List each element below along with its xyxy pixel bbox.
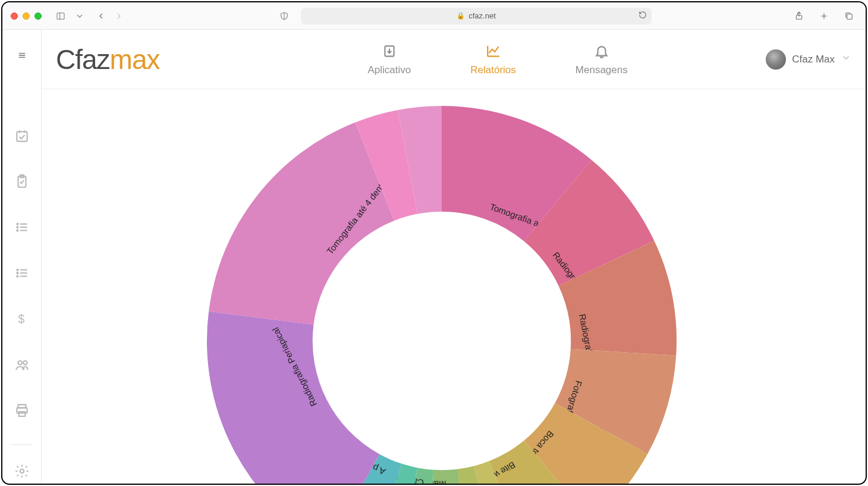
svg-text:$: $ xyxy=(18,312,24,325)
privacy-shield-icon[interactable] xyxy=(276,8,293,24)
download-icon xyxy=(382,43,397,59)
nav-label: Aplicativo xyxy=(368,64,411,76)
back-button[interactable] xyxy=(93,8,109,24)
svg-point-29 xyxy=(23,360,27,365)
address-bar-url: cfaz.net xyxy=(468,11,496,20)
forward-button[interactable] xyxy=(111,8,127,24)
nav-label: Relatórios xyxy=(470,64,516,76)
hamburger-menu-button[interactable] xyxy=(14,48,30,62)
donut-slice[interactable] xyxy=(209,123,394,325)
sidebar-toggle-button[interactable] xyxy=(52,8,69,24)
svg-point-17 xyxy=(17,227,18,228)
svg-point-21 xyxy=(17,269,18,271)
tab-dropdown-icon[interactable] xyxy=(75,8,84,24)
sidebar-print-icon[interactable] xyxy=(8,397,36,423)
sidebar-users-icon[interactable] xyxy=(8,352,36,377)
donut-chart[interactable]: Tomografia até 2 dentesRadiografia Inter… xyxy=(201,100,683,484)
top-nav: Aplicativo Relatórios Mensagens xyxy=(368,43,628,76)
svg-point-19 xyxy=(17,230,18,231)
browser-window: 🔒 cfaz.net xyxy=(1,1,867,485)
nav-relatorios[interactable]: Relatórios xyxy=(470,43,516,76)
svg-point-15 xyxy=(17,224,18,225)
chart-area: Tomografia até 2 dentesRadiografia Inter… xyxy=(42,89,866,484)
minimize-window-button[interactable] xyxy=(23,12,30,20)
svg-rect-0 xyxy=(57,12,64,19)
bell-icon xyxy=(594,43,609,59)
sidebar-separator xyxy=(11,444,33,445)
new-tab-button[interactable] xyxy=(816,8,832,24)
sidebar-calendar-icon[interactable] xyxy=(8,123,36,149)
nav-mensagens[interactable]: Mensagens xyxy=(575,43,628,76)
user-name: Cfaz Max xyxy=(792,54,835,65)
main-area: Cfazmax Aplicativo Relatórios xyxy=(42,30,866,484)
sidebar-settings-icon[interactable] xyxy=(8,458,36,484)
maximize-window-button[interactable] xyxy=(34,12,42,20)
logo-main-text: Cfaz xyxy=(56,44,110,75)
nav-label: Mensagens xyxy=(575,64,628,76)
svg-rect-6 xyxy=(847,14,853,19)
lock-icon: 🔒 xyxy=(457,12,465,20)
svg-point-28 xyxy=(18,360,22,365)
nav-aplicativo[interactable]: Aplicativo xyxy=(368,43,411,76)
logo-accent-text: max xyxy=(110,44,160,75)
app-sidebar: $ xyxy=(2,30,42,484)
sidebar-clipboard-icon[interactable] xyxy=(8,169,36,195)
sidebar-list-1-icon[interactable] xyxy=(8,215,36,240)
tabs-overview-button[interactable] xyxy=(841,8,857,24)
sidebar-list-2-icon[interactable] xyxy=(8,261,36,286)
svg-rect-10 xyxy=(17,131,27,141)
close-window-button[interactable] xyxy=(11,12,18,20)
address-bar[interactable]: 🔒 cfaz.net xyxy=(301,8,652,24)
svg-point-25 xyxy=(17,275,18,277)
avatar xyxy=(766,49,786,70)
app-topbar: Cfazmax Aplicativo Relatórios xyxy=(42,30,866,89)
share-button[interactable] xyxy=(791,8,807,24)
app-body: $ Cfazmax xyxy=(2,30,866,484)
donut-slice[interactable] xyxy=(207,311,379,484)
chart-line-icon xyxy=(486,43,501,59)
reload-button[interactable] xyxy=(639,11,647,21)
svg-point-23 xyxy=(17,272,18,274)
sidebar-money-icon[interactable]: $ xyxy=(8,306,36,332)
browser-titlebar: 🔒 cfaz.net xyxy=(2,2,866,30)
svg-point-33 xyxy=(20,469,24,473)
app-logo: Cfazmax xyxy=(56,43,160,76)
chevron-down-icon xyxy=(841,52,851,66)
traffic-lights xyxy=(11,12,42,20)
user-menu[interactable]: Cfaz Max xyxy=(766,49,851,70)
